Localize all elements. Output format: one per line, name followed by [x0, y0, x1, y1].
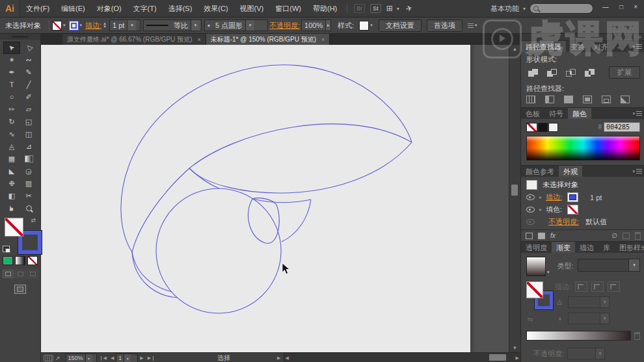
preferences-button[interactable]: 首选项	[427, 19, 463, 32]
close-tab-icon[interactable]: ×	[197, 36, 200, 43]
hex-value-field[interactable]: 004285	[604, 122, 640, 132]
zoom-tool[interactable]	[20, 202, 37, 214]
gradient-tool[interactable]	[20, 153, 37, 165]
width-profile-combo[interactable]: 等比▾	[143, 19, 202, 31]
menu-6[interactable]: 效果(C)	[198, 0, 234, 17]
first-artboard-icon[interactable]: ◀	[103, 356, 107, 361]
outline-button[interactable]	[602, 96, 611, 103]
tail-curve-a[interactable]	[132, 252, 172, 292]
next-artboard-icon[interactable]: ▶	[140, 356, 143, 361]
chevron-down-icon[interactable]: ▾	[370, 23, 373, 28]
pencil-tool[interactable]: ✏	[3, 103, 20, 116]
horizontal-scrollbar[interactable]: ◀ ▶	[284, 353, 521, 362]
scroll-up-icon[interactable]: ▲	[509, 46, 520, 52]
first-artboard-icon[interactable]	[101, 356, 101, 361]
close-button[interactable]: ×	[634, 3, 637, 10]
teardrop[interactable]	[248, 198, 280, 244]
minimize-button[interactable]: —	[602, 3, 609, 10]
slice-tool[interactable]: ✂	[20, 190, 37, 202]
scroll-left-icon[interactable]: ◀	[286, 356, 289, 361]
fill-proxy-none[interactable]	[5, 218, 23, 237]
fill-color-swatch[interactable]	[567, 205, 578, 214]
menu-7[interactable]: 视图(V)	[234, 0, 270, 17]
vertical-scrollbar[interactable]: ▲ ▼	[509, 45, 520, 352]
screen-mode-button[interactable]	[14, 285, 26, 294]
tab-graphic-styles[interactable]: 图形样式	[615, 242, 644, 253]
mesh-tool[interactable]: ▦	[3, 153, 20, 165]
document-tab-1[interactable]: 源文件最终.ai* @ 66.67% (RGB/GPU 预览)×	[62, 34, 206, 45]
stroke-swatch[interactable]	[69, 21, 79, 31]
app-logo[interactable]: Ai	[0, 0, 20, 17]
document-tab-2[interactable]: 未标题-1* @ 150% (RGB/GPU 预览)×	[206, 34, 330, 45]
panel-menu-icon[interactable]: ▾	[632, 166, 644, 177]
control-panel-menu-icon[interactable]	[468, 23, 474, 28]
delete-item-icon[interactable]	[635, 232, 641, 240]
merge-button[interactable]	[564, 96, 573, 103]
workspace-switcher[interactable]: 基本功能	[490, 4, 519, 14]
minus-back-button[interactable]	[621, 96, 630, 103]
artboard-number-combo[interactable]: 1 ▾	[116, 354, 138, 362]
magic-wand-tool[interactable]: ✶	[3, 54, 20, 66]
stroke-width-stepper[interactable]: ▲▼	[103, 22, 107, 29]
opacity-panel-link[interactable]: 不透明度:	[269, 21, 300, 31]
tab-appearance[interactable]: 外观	[559, 166, 582, 177]
artboard[interactable]	[41, 45, 470, 352]
draw-inside-button[interactable]	[27, 270, 38, 278]
exclude-button[interactable]	[583, 68, 596, 78]
stock-button[interactable]: St	[370, 4, 381, 13]
add-stroke-icon[interactable]	[526, 233, 533, 239]
horizontal-scroll-thumb[interactable]	[489, 354, 506, 361]
add-fill-icon[interactable]	[538, 233, 545, 239]
leaf-top-edge[interactable]	[189, 124, 412, 168]
opacity-link[interactable]: 不透明度:	[548, 217, 579, 227]
toolbar-drag-handle[interactable]	[0, 34, 40, 40]
paintbrush-tool[interactable]: ✐	[20, 91, 37, 103]
chevron-down-icon[interactable]: ▾	[475, 23, 477, 28]
hand-tool[interactable]: ☛	[3, 202, 20, 214]
lasso-tool[interactable]: ∾	[20, 54, 37, 66]
none-swatch[interactable]	[526, 123, 537, 132]
tab-libraries[interactable]: 库	[598, 242, 615, 253]
menu-9[interactable]: 帮助(H)	[307, 0, 343, 17]
chevron-down-icon[interactable]: ▾	[63, 23, 66, 28]
gradient-thumbnail[interactable]	[526, 257, 546, 276]
symbol-sprayer-tool[interactable]: ❉	[3, 177, 20, 190]
ellipse-tool[interactable]: ○	[3, 91, 20, 103]
last-artboard-icon[interactable]	[153, 356, 154, 361]
menu-8[interactable]: 窗口(W)	[269, 0, 307, 17]
appearance-row-fill[interactable]: ▸ 填色:	[521, 203, 644, 216]
tab-color-guide[interactable]: 颜色参考	[521, 166, 559, 177]
mid-line[interactable]	[252, 199, 311, 202]
add-effect-icon[interactable]: fx	[550, 232, 556, 239]
tab-color[interactable]: 颜色	[568, 108, 591, 119]
pasteboard[interactable]	[41, 45, 509, 352]
share-icon[interactable]: ↗	[55, 355, 60, 361]
clear-appearance-icon[interactable]: ∅	[611, 233, 617, 239]
black-swatch[interactable]	[538, 123, 548, 132]
gradient-button[interactable]	[15, 256, 25, 265]
duplicate-item-icon[interactable]	[623, 233, 630, 239]
tab-pathfinder[interactable]: 路径查找器	[521, 41, 566, 52]
perspective-grid-tool[interactable]: ⊿	[20, 140, 37, 153]
artboard-tool[interactable]: ◧	[3, 190, 20, 202]
tab-stroke[interactable]: 描边	[575, 242, 598, 253]
default-fill-stroke-icon[interactable]	[3, 246, 10, 252]
expand-triangle-icon[interactable]: ▸	[539, 194, 542, 200]
expand-button[interactable]: 扩展	[609, 66, 640, 79]
color-button[interactable]	[3, 256, 13, 265]
column-graph-tool[interactable]: ▥	[20, 177, 37, 190]
chevron-right-icon[interactable]: ▸	[325, 20, 330, 31]
white-swatch[interactable]	[548, 123, 558, 132]
vector-drawing[interactable]	[41, 45, 470, 352]
right-curve[interactable]	[282, 200, 311, 242]
scroll-right-icon[interactable]: ▶	[516, 356, 519, 361]
chevron-down-icon[interactable]: ▾	[245, 20, 254, 31]
menu-4[interactable]: 文字(T)	[127, 0, 163, 17]
appearance-row-object[interactable]: 未选择对象	[521, 179, 644, 191]
expand-triangle-icon[interactable]: ▸	[539, 207, 542, 213]
swap-fill-stroke-icon[interactable]: ⇄	[31, 217, 36, 224]
tab-symbols[interactable]: 符号	[544, 108, 568, 119]
stroke-link[interactable]: 描边:	[546, 192, 562, 202]
shape-builder-tool[interactable]: ◬	[3, 140, 20, 153]
collapse-dock-icon[interactable]: »	[638, 34, 641, 40]
